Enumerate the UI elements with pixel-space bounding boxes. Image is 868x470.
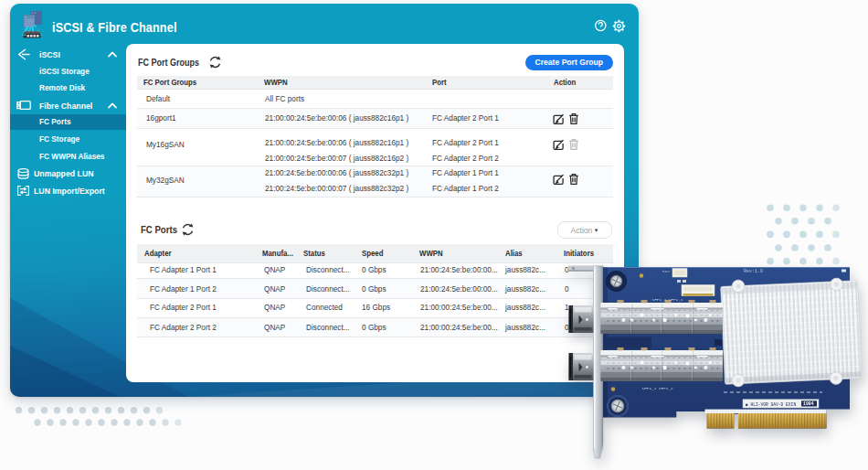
svg-text:FAN1: FAN1 [662,270,671,273]
svg-text:SFP1_1 SFP2_1: SFP1_1 SFP2_1 [652,297,684,302]
svg-text:1904: 1904 [803,401,814,406]
svg-text:■ HLI-V0R 9AV-D EXIN: ■ HLI-V0R 9AV-D EXIN [746,402,796,407]
svg-text:SFP1_2 SFP2_2: SFP1_2 SFP2_2 [642,386,674,390]
svg-text:Rev:1.0: Rev:1.0 [744,269,763,274]
